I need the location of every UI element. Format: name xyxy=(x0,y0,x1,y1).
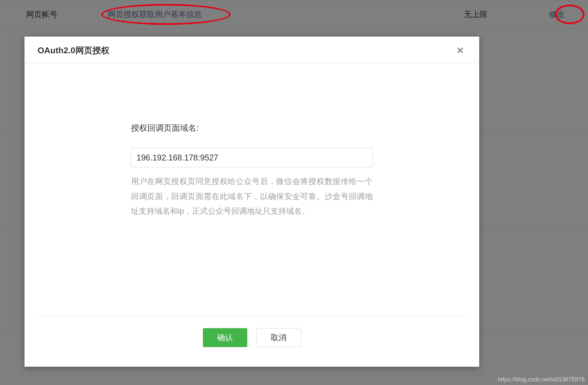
help-text: 用户在网页授权页同意授权给公众号后，微信会将授权数据传给一个回调页面，回调页面需… xyxy=(131,174,373,219)
modal-header: OAuth2.0网页授权 xyxy=(24,37,479,64)
modal-title: OAuth2.0网页授权 xyxy=(38,45,109,56)
close-icon xyxy=(456,46,465,55)
modal-body: 授权回调页面域名: 用户在网页授权页同意授权给公众号后，微信会将授权数据传给一个… xyxy=(24,64,479,315)
modal-footer: 确认 取消 xyxy=(35,315,469,367)
cancel-button[interactable]: 取消 xyxy=(256,328,301,347)
domain-label: 授权回调页面域名: xyxy=(131,123,373,133)
close-button[interactable] xyxy=(454,44,466,56)
domain-input[interactable] xyxy=(131,148,373,167)
watermark-text: https://blog.csdn.net/u013675978 xyxy=(498,376,585,383)
oauth-modal: OAuth2.0网页授权 授权回调页面域名: 用户在网页授权页同意授权给公众号后… xyxy=(24,37,479,367)
confirm-button[interactable]: 确认 xyxy=(203,328,247,347)
